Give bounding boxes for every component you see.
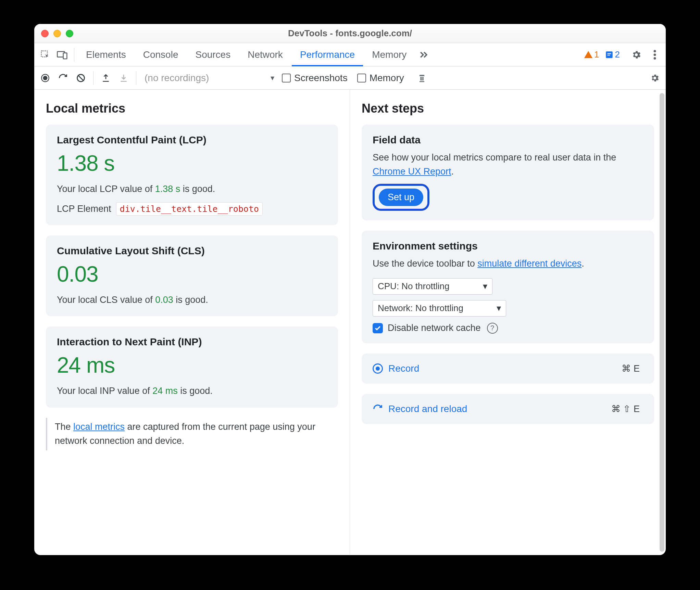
local-metrics-heading: Local metrics [46,101,338,116]
local-metrics-note: The local metrics are captured from the … [46,418,338,451]
issues-badge[interactable]: 2 [605,49,620,60]
reload-icon [373,404,383,414]
inspect-icon[interactable] [37,47,53,63]
inp-title: Interaction to Next Paint (INP) [57,336,327,348]
screenshots-label: Screenshots [294,73,348,84]
warnings-count: 1 [594,49,599,60]
chevron-down-icon: ▾ [483,281,487,292]
record-card[interactable]: Record ⌘ E [362,354,654,384]
recordings-dropdown[interactable]: (no recordings) [140,73,271,84]
network-throttling-select[interactable]: Network: No throttling ▾ [373,300,506,317]
environment-description: Use the device toolbar to simulate diffe… [373,257,643,271]
cpu-throttling-select[interactable]: CPU: No throttling ▾ [373,278,492,295]
record-reload-card[interactable]: Record and reload ⌘ ⇧ E [362,394,654,424]
lcp-title: Largest Contentful Paint (LCP) [57,134,327,146]
inp-card: Interaction to Next Paint (INP) 24 ms Yo… [46,326,338,408]
chevron-down-icon: ▾ [497,303,501,313]
disable-cache-label: Disable network cache [388,323,481,333]
panel-settings-icon[interactable] [647,70,663,86]
svg-rect-4 [607,53,611,54]
record-label: Record [388,363,419,374]
window-title: DevTools - fonts.google.com/ [34,28,666,39]
download-icon[interactable] [115,70,132,86]
svg-point-6 [654,50,656,52]
divider [93,71,93,85]
environment-title: Environment settings [373,240,643,252]
local-metrics-column: Local metrics Largest Contentful Paint (… [34,90,350,555]
divider [74,48,74,62]
performance-toolbar: (no recordings) ▾ Screenshots Memory [34,66,666,90]
svg-point-7 [654,53,656,56]
kebab-menu-icon[interactable] [647,47,663,63]
tab-network[interactable]: Network [239,43,291,66]
svg-point-8 [654,57,656,60]
record-icon [373,363,383,374]
screenshots-checkbox[interactable]: Screenshots [282,73,348,84]
tab-memory[interactable]: Memory [364,43,415,66]
tab-console[interactable]: Console [135,43,187,66]
cls-description: Your local CLS value of 0.03 is good. [57,293,327,307]
lcp-card: Largest Contentful Paint (LCP) 1.38 s Yo… [46,125,338,225]
field-data-description: See how your local metrics compare to re… [373,151,643,178]
cls-title: Cumulative Layout Shift (CLS) [57,245,327,257]
lcp-value: 1.38 s [57,151,327,176]
devtools-window: DevTools - fonts.google.com/ Elements Co… [34,24,666,555]
more-tabs-icon[interactable] [415,47,432,63]
svg-point-10 [43,76,48,80]
next-steps-column: Next steps Field data See how your local… [350,90,666,555]
chevron-down-icon: ▾ [271,74,274,82]
memory-checkbox[interactable]: Memory [357,73,404,84]
tab-elements[interactable]: Elements [78,43,134,66]
device-toolbar-icon[interactable] [54,47,71,63]
inp-value: 24 ms [57,352,327,378]
disable-cache-checkbox[interactable] [373,323,383,333]
garbage-collect-icon[interactable] [414,70,430,86]
environment-card: Environment settings Use the device tool… [362,231,654,343]
setup-button[interactable]: Set up [379,189,423,206]
issues-count: 2 [615,49,620,60]
tab-performance[interactable]: Performance [292,43,363,66]
help-icon[interactable]: ? [487,323,498,334]
upload-icon[interactable] [98,70,114,86]
settings-icon[interactable] [628,47,645,63]
lcp-description: Your local LCP value of 1.38 s is good. [57,182,327,196]
record-shortcut: ⌘ E [622,363,640,374]
local-metrics-link[interactable]: local metrics [73,422,125,432]
record-reload-label: Record and reload [388,403,467,414]
record-reload-shortcut: ⌘ ⇧ E [611,403,640,414]
field-data-title: Field data [373,134,643,146]
svg-rect-2 [63,53,67,59]
setup-button-highlight: Set up [373,184,429,211]
memory-label: Memory [370,73,404,84]
titlebar: DevTools - fonts.google.com/ [34,24,666,43]
cls-card: Cumulative Layout Shift (CLS) 0.03 Your … [46,235,338,317]
content-area: Local metrics Largest Contentful Paint (… [34,90,666,555]
field-data-card: Field data See how your local metrics co… [362,125,654,220]
record-icon[interactable] [37,70,53,86]
lcp-element-selector[interactable]: div.tile__text.tile__roboto [116,202,263,216]
simulate-devices-link[interactable]: simulate different devices [477,258,582,269]
reload-icon[interactable] [55,70,71,86]
crux-link[interactable]: Chrome UX Report [373,166,451,177]
tab-sources[interactable]: Sources [187,43,239,66]
warnings-badge[interactable]: 1 [584,49,599,60]
next-steps-heading: Next steps [362,101,654,116]
cls-value: 0.03 [57,261,327,287]
divider [136,71,136,85]
svg-rect-5 [607,55,610,55]
main-tabs: Elements Console Sources Network Perform… [34,43,666,66]
inp-description: Your local INP value of 24 ms is good. [57,384,327,398]
clear-icon[interactable] [73,70,89,86]
lcp-element-label: LCP Element [57,204,111,214]
